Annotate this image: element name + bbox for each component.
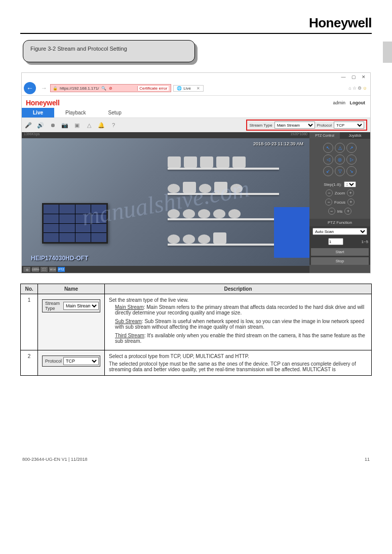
ctrl-label: Protocol	[44, 359, 63, 364]
ptz-down[interactable]: ▽	[335, 166, 345, 176]
ptz-func-select[interactable]: Auto Scan	[312, 228, 367, 235]
protocol-control: Protocol TCP	[42, 355, 100, 367]
ptz-panel: PTZ Control Joystick ↖ △ ↗ ◁ ◎ ▷ ↙ ▽ ↘	[309, 132, 370, 273]
ptz-function-box: PTZ Function Auto Scan 1~5 Start Stop	[309, 219, 370, 265]
nav-playback[interactable]: Playback	[54, 108, 97, 117]
triple-snap-icon[interactable]: ▣	[73, 122, 81, 129]
row-no: 2	[21, 350, 38, 376]
zoom-out[interactable]: −	[326, 189, 333, 196]
ptz-up-left[interactable]: ↖	[323, 143, 333, 153]
window-close[interactable]: ✕	[361, 74, 366, 80]
window-titlebar: — ▢ ✕	[22, 73, 370, 81]
record-icon[interactable]: ⏺	[49, 122, 56, 129]
iris-close[interactable]: −	[328, 208, 335, 215]
browser-tab[interactable]: 🌐 Live ✕	[173, 85, 204, 92]
vb-adjust-icon[interactable]: ⚙	[23, 267, 30, 272]
desc-extra: The selected protocol type must be the s…	[109, 361, 367, 372]
opt-name: Sub Stream	[115, 319, 142, 324]
window-maximize[interactable]: ▢	[351, 74, 356, 80]
stream-type-select[interactable]: Main Stream	[275, 122, 315, 129]
tab-label: Live	[183, 86, 191, 91]
iris-open[interactable]: +	[344, 208, 351, 215]
url-text: https://192.168.1.171/	[60, 86, 99, 91]
mic-icon[interactable]: 🎤	[25, 122, 32, 129]
speaker-icon[interactable]: 🔊	[37, 122, 44, 129]
emoji-icon[interactable]: ☺	[363, 86, 367, 91]
ptz-func-range: 1~5	[361, 240, 368, 244]
row-name-cell: Protocol TCP	[38, 350, 105, 376]
browser-url-bar[interactable]: 🔒 https://192.168.1.171/ 🔍 ⊘ Certificate…	[50, 84, 171, 92]
logout-link[interactable]: Logout	[350, 100, 366, 105]
zoom-label: Zoom	[335, 191, 345, 195]
help-icon[interactable]: ?	[110, 122, 117, 129]
stream-type-control: Stream Type Main Stream	[42, 299, 100, 312]
video-viewport[interactable]: 1396Kbps 1920*1080 2018-10-23 11:12:39 A…	[22, 132, 309, 273]
window-minimize[interactable]: —	[341, 74, 346, 80]
ptz-stop-button[interactable]: Stop	[311, 257, 369, 265]
nav-live[interactable]: Live	[22, 108, 54, 117]
protocol-select[interactable]: TCP	[334, 122, 364, 129]
ptz-up[interactable]: △	[335, 143, 345, 153]
video-bottom-bar: ⚙ 100% ⛶ W:H PTZ	[22, 266, 309, 273]
description-table: No. Name Description 1 Stream Type Main …	[20, 284, 372, 376]
browser-forward-button[interactable]: →	[38, 85, 50, 92]
ctrl-select[interactable]: Main Stream	[63, 302, 99, 310]
camera-name-overlay: HEIP174030HD-OFT	[31, 255, 88, 262]
opt-name: Main Stream	[115, 304, 144, 310]
vb-wh-icon[interactable]: W:H	[49, 267, 56, 272]
row-desc-cell: Select a protocol type from TCP, UDP, MU…	[105, 350, 372, 376]
home-icon[interactable]: ⌂	[348, 86, 351, 91]
vb-fullscreen-icon[interactable]: ⛶	[41, 267, 48, 272]
username: admin	[333, 100, 345, 105]
footer-left: 800-23644-UG-EN V1 | 11/2018	[22, 457, 87, 462]
page-footer: 800-23644-UG-EN V1 | 11/2018 11	[20, 457, 372, 462]
video-timestamp: 2018-10-23 11:12:39 AM	[253, 141, 303, 146]
bell-icon[interactable]: 🔔	[98, 122, 105, 129]
ptz-tab-joystick[interactable]: Joystick	[340, 132, 370, 139]
ptz-step-select[interactable]: 1	[344, 181, 356, 187]
desc-intro: Set the stream type of the live view.	[109, 297, 367, 303]
lock-icon: 🔒	[53, 86, 58, 91]
iris-label: Iris	[337, 209, 343, 214]
snapshot-icon[interactable]: 📷	[61, 122, 68, 129]
nav-setup[interactable]: Setup	[97, 108, 133, 117]
ptz-step-label: Step(1-8):	[324, 182, 342, 187]
ctrl-select[interactable]: TCP	[63, 357, 99, 365]
ptz-left[interactable]: ◁	[323, 154, 333, 165]
ptz-down-right[interactable]: ↘	[346, 166, 357, 176]
vb-ptz-icon[interactable]: PTZ	[58, 267, 65, 272]
browser-address-row: ← → 🔒 https://192.168.1.171/ 🔍 ⊘ Certifi…	[22, 81, 370, 96]
ptz-up-right[interactable]: ↗	[346, 143, 357, 153]
focus-in[interactable]: +	[347, 199, 355, 206]
app-screenshot: — ▢ ✕ ← → 🔒 https://192.168.1.171/ 🔍 ⊘ C…	[21, 72, 371, 273]
focus-label: Focus	[334, 200, 345, 205]
ptz-start-button[interactable]: Start	[311, 248, 369, 256]
tools-icon[interactable]: ⚙	[358, 86, 362, 91]
search-icon[interactable]: 🔍	[101, 86, 107, 91]
cert-error-label[interactable]: Certificate error	[137, 86, 169, 91]
tab-close-icon[interactable]: ✕	[197, 86, 200, 91]
protocol-label: Protocol	[317, 123, 332, 128]
opt-name: Third Stream	[115, 333, 144, 338]
focus-out[interactable]: −	[325, 199, 332, 206]
row-desc-cell: Set the stream type of the live view. Ma…	[105, 294, 372, 350]
opt-text: : Sub Stream is useful when network spee…	[115, 319, 364, 330]
browser-back-button[interactable]: ←	[24, 82, 36, 94]
ptz-right[interactable]: ▷	[346, 154, 357, 165]
vb-100-icon[interactable]: 100%	[32, 267, 39, 272]
app-logo: Honeywell	[26, 99, 60, 107]
scene-rack	[274, 207, 309, 258]
cert-error-icon: ⊘	[109, 86, 112, 91]
footer-right: 11	[365, 457, 370, 462]
ptz-tab-control[interactable]: PTZ Control	[309, 132, 340, 139]
stream-type-label: Stream Type	[249, 123, 272, 128]
ptz-func-num[interactable]	[328, 238, 343, 245]
ptz-func-title: PTZ Function	[309, 219, 370, 226]
favorites-icon[interactable]: ☆	[352, 86, 357, 91]
alarm-icon[interactable]: △	[86, 122, 93, 129]
ptz-dpad: ↖ △ ↗ ◁ ◎ ▷ ↙ ▽ ↘	[309, 139, 370, 180]
page-side-tab	[383, 42, 392, 63]
ptz-down-left[interactable]: ↙	[323, 166, 333, 176]
zoom-in[interactable]: +	[347, 189, 354, 196]
ptz-center[interactable]: ◎	[335, 154, 345, 165]
